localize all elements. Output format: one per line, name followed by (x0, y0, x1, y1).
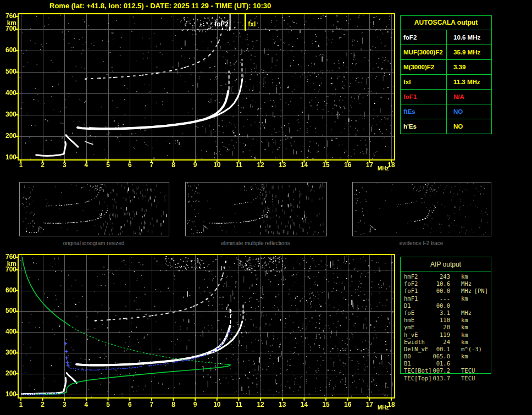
autoscala-value: 10.6 MHz (447, 30, 491, 45)
aip-table-title: AIP output (401, 257, 491, 272)
aip-value: 24 (433, 339, 450, 346)
aip-row: D100.0 (400, 302, 490, 309)
aip-unit: m^(-3) (450, 346, 482, 353)
aip-unit: TECU (450, 375, 475, 382)
autoscala-output-screen: { "title": "Rome (lat: +41.8, lon: 012.5… (0, 0, 532, 415)
aip-note (488, 280, 490, 287)
autoscala-param: M(3000)F2 (401, 60, 447, 74)
autoscala-value: 11.3 MHz (447, 75, 491, 89)
x-tick-label: 7 (145, 401, 158, 408)
aip-param: DelN_vE (400, 346, 433, 353)
x-tick-label: 4 (80, 401, 93, 408)
x-axis-unit-mhz: MHz (378, 405, 389, 411)
x-tick-label: 12 (254, 161, 267, 169)
fxi-marker-label: fxI (248, 20, 256, 28)
y-tick-label: 600 (0, 47, 16, 54)
panel-caption-eliminate: eliminate multiple reflections (185, 240, 326, 246)
x-tick-label: 12 (254, 401, 267, 408)
aip-unit: km (450, 324, 468, 331)
aip-unit: MHz (450, 280, 472, 287)
aip-param: hmE (400, 317, 433, 324)
aip-param: hmF1 (400, 295, 433, 302)
aip-param: B0 (400, 353, 433, 360)
aip-row: foF210.6MHz (400, 280, 490, 287)
autoscala-value: 3.39 (447, 60, 491, 74)
aip-param: D1 (400, 302, 433, 309)
aip-param: B1 (400, 360, 433, 367)
aip-unit: km (450, 317, 468, 324)
x-tick-label: 6 (123, 161, 136, 169)
aip-row: ymE20km (400, 324, 490, 331)
autoscala-value: NO (447, 119, 491, 134)
x-tick-label: 8 (167, 401, 180, 408)
x-tick-label: 13 (276, 161, 289, 169)
autoscala-row: M(3000)F23.39 (401, 60, 491, 75)
aip-unit: MHz (450, 309, 472, 317)
app-title: Rome (lat: +41.8, lon: 012.5) - DATE: 20… (49, 2, 271, 10)
panel-caption-evidence: evidence F2 trace (352, 240, 490, 246)
y-axis-unit-km: km (0, 20, 16, 27)
autoscala-row: foF1N/A (401, 90, 491, 104)
aip-value: 00.0 (433, 287, 450, 295)
aip-note (488, 324, 490, 331)
aip-param: foF2 (400, 280, 433, 287)
panel-original-ionogram-canvas (20, 182, 168, 235)
aip-param: foF1 (400, 287, 433, 295)
aip-row: TEC[Bot]007.2TECU (400, 367, 490, 374)
fof2-marker-label: foF2 (211, 20, 229, 28)
aip-value: 3.1 (433, 309, 450, 317)
aip-row: B0065.0km (400, 353, 490, 360)
x-tick-label: 5 (102, 161, 115, 169)
x-axis-unit-mhz: MHz (378, 165, 389, 171)
autoscala-value: NO (447, 104, 491, 119)
x-tick-label: 15 (319, 401, 332, 408)
aip-unit: km (450, 331, 468, 339)
aip-unit: TECU (450, 367, 475, 374)
aip-row: TEC[Top]013.7TECU (400, 375, 490, 382)
aip-value: 110 (433, 317, 450, 324)
y-tick-label: 400 (0, 328, 16, 335)
x-tick-label: 11 (232, 161, 245, 169)
aip-note (488, 302, 490, 309)
autoscala-row: h'EsNO (401, 119, 491, 134)
y-tick-label: 400 (0, 90, 16, 97)
x-tick-label: 10 (210, 161, 224, 169)
aip-param: foE (400, 309, 433, 317)
y-tick-label: 200 (0, 132, 16, 140)
aip-value: 243 (433, 273, 450, 280)
aip-note (488, 353, 490, 360)
aip-unit: km (450, 339, 468, 346)
aip-note (488, 346, 490, 353)
x-tick-label: 7 (145, 161, 158, 169)
y-tick-label: 300 (0, 349, 16, 356)
x-tick-label: 6 (123, 401, 136, 408)
x-tick-label: 14 (297, 401, 311, 408)
x-tick-label: 4 (80, 161, 93, 169)
aip-unit: km (450, 353, 468, 360)
panel-evidence-f2-trace (352, 182, 491, 236)
x-tick-label: 10 (210, 401, 224, 408)
autoscala-row: ftEsNO (401, 104, 491, 119)
aip-param: Ewidth (400, 339, 433, 346)
aip-row: h_vE119km (400, 331, 490, 339)
autoscala-value: N/A (447, 90, 491, 104)
x-tick-label: 16 (341, 161, 354, 169)
autoscala-table-rows: foF210.6 MHzMUF(3000)F235.9 MHzM(3000)F2… (401, 30, 491, 134)
aip-unit (450, 360, 461, 367)
autoscala-param: ftEs (401, 104, 447, 119)
aip-note (488, 339, 490, 346)
autoscala-param: foF1 (401, 90, 447, 104)
y-tick-label: 500 (0, 307, 16, 314)
aip-note (488, 309, 490, 317)
aip-row: DelN_vE00.1m^(-3) (400, 346, 490, 353)
aip-param: ymE (400, 324, 433, 331)
aip-note (488, 295, 490, 302)
aip-row: hmE110km (400, 317, 490, 324)
panel-original-ionogram (19, 182, 169, 236)
autoscala-table: AUTOSCALA output foF210.6 MHzMUF(3000)F2… (400, 15, 492, 134)
aip-note: [PN] (474, 287, 490, 295)
panel-evidence-f2-trace-canvas (353, 182, 490, 235)
y-tick-label: 100 (0, 391, 16, 398)
aip-value: 013.7 (433, 375, 450, 382)
autoscala-value: 35.9 MHz (447, 45, 491, 59)
